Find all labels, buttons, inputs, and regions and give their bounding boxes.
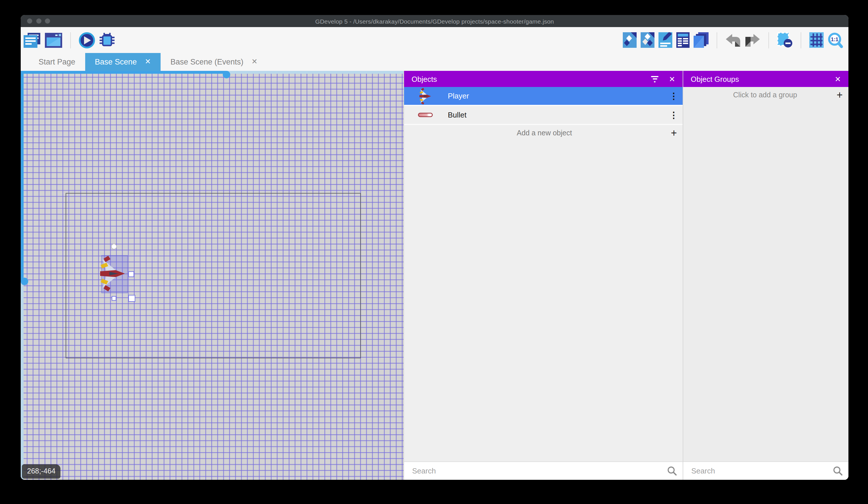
bullet-object-thumbnail [414,112,436,118]
play-icon[interactable] [79,32,95,48]
maximize-window-icon[interactable] [45,18,50,24]
objects-search-bar [404,461,683,480]
toolbar-divider [800,32,801,48]
close-tab-icon[interactable]: ✕ [251,59,258,65]
close-panel-icon[interactable]: ✕ [669,74,675,83]
screenshot-stage: GDevelop 5 - /Users/dkarakay/Documents/G… [0,0,868,504]
close-tab-icon[interactable]: ✕ [145,59,151,65]
vertical-scrollbar[interactable] [21,71,24,480]
player-ship-instance[interactable] [100,255,126,292]
toolbar-left-group [24,32,115,48]
object-menu-icon[interactable]: ⋮ [665,110,683,120]
cursor-coordinates-badge: 268;-464 [22,464,61,478]
object-row-player[interactable]: Player ⋮ [404,87,683,105]
resize-right-handle[interactable] [128,271,134,277]
tab-bar: Start Page Base Scene ✕ Base Scene (Even… [21,53,848,71]
add-group-label: Click to add a group [683,91,831,99]
objects-panel-title: Objects [412,74,651,83]
window-title: GDevelop 5 - /Users/dkarakay/Documents/G… [315,18,554,24]
tab-label: Start Page [39,58,75,66]
object-row-bullet[interactable]: Bullet ⋮ [404,105,683,124]
tab-base-scene-events[interactable]: Base Scene (Events) ✕ [161,53,267,71]
close-panel-icon[interactable]: ✕ [835,74,841,83]
objects-editor-icon[interactable] [623,32,637,48]
toolbar-divider [768,32,769,48]
objects-panel-header: Objects ✕ [404,71,683,87]
search-icon [667,466,677,476]
minimize-window-icon[interactable] [36,18,41,24]
object-groups-editor-icon[interactable] [641,32,654,48]
resize-bottom-handle[interactable] [112,296,116,301]
add-object-icon[interactable]: + [665,128,683,138]
title-bar: GDevelop 5 - /Users/dkarakay/Documents/G… [21,15,848,27]
undo-icon[interactable] [725,33,741,47]
add-object-label: Add a new object [404,129,665,137]
tab-label: Base Scene [95,58,137,66]
redo-icon[interactable] [745,33,761,47]
traffic-lights [27,15,50,27]
object-groups-panel-header: Object Groups ✕ [683,71,848,87]
add-group-row[interactable]: Click to add a group + [683,87,848,102]
debug-icon[interactable] [99,32,115,48]
search-icon [833,466,843,476]
instances-list-icon[interactable] [676,32,690,48]
vertical-scroll-thumb[interactable] [21,278,28,285]
tab-base-scene[interactable]: Base Scene ✕ [85,53,161,71]
object-groups-panel-body [683,102,848,461]
project-manager-icon[interactable] [24,32,41,48]
objects-search-input[interactable] [411,466,667,476]
tab-label: Base Scene (Events) [170,58,244,66]
grid-icon[interactable] [809,32,824,48]
toolbar: 1:1 [21,27,848,53]
groups-search-bar [683,461,848,480]
groups-search-input[interactable] [690,466,833,476]
scene-window-icon[interactable] [45,32,62,48]
player-object-thumbnail [414,87,436,104]
object-name: Bullet [448,111,665,119]
horizontal-scrollbar[interactable] [21,71,403,74]
objects-panel-body [404,141,683,461]
tab-start-page[interactable]: Start Page [29,53,85,71]
toolbar-divider [70,32,71,48]
rotate-handle[interactable] [111,244,117,249]
zoom-1-1-icon[interactable]: 1:1 [828,32,843,48]
close-window-icon[interactable] [27,18,32,24]
resize-corner-handle[interactable] [128,295,135,302]
toolbar-right-group: 1:1 [623,32,843,48]
horizontal-scroll-thumb[interactable] [223,71,230,78]
deselect-instances-icon[interactable] [777,32,793,48]
filter-icon[interactable] [651,76,659,82]
toolbar-divider [717,32,717,48]
svg-text:1:1: 1:1 [831,36,838,42]
add-group-icon[interactable]: + [831,90,848,100]
objects-panel: Objects ✕ [403,71,683,480]
object-groups-panel-title: Object Groups [691,74,835,83]
add-object-row[interactable]: Add a new object + [404,124,683,141]
scene-canvas[interactable]: 268;-464 [21,71,403,480]
object-menu-icon[interactable]: ⋮ [665,91,683,101]
properties-icon[interactable] [659,32,672,48]
object-name: Player [448,92,665,100]
layers-icon[interactable] [694,32,709,48]
app-window: GDevelop 5 - /Users/dkarakay/Documents/G… [21,15,848,480]
object-groups-panel: Object Groups ✕ Click to add a group + [683,71,848,480]
